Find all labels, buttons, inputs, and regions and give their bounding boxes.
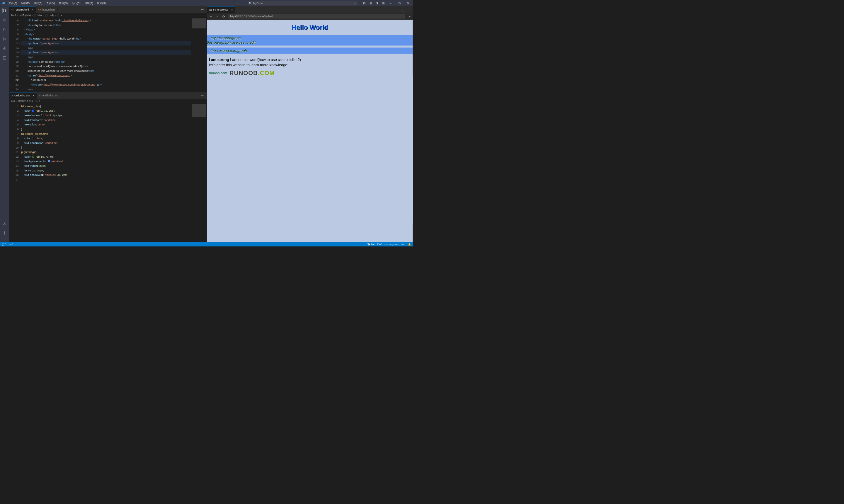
editor-tab[interactable]: <>cssTry.html✕ xyxy=(9,6,35,13)
breadcrumb-item[interactable]: css xyxy=(11,100,15,103)
svg-rect-4 xyxy=(3,47,5,48)
close-icon[interactable]: ✕ xyxy=(31,8,33,12)
status-errors[interactable]: ⓧ 0 xyxy=(2,242,6,246)
runoob-logo: RUNOOB.COM xyxy=(230,69,275,76)
close-button[interactable]: ✕ xyxy=(404,0,413,6)
status-watermark: CSDN @interp 77181 xyxy=(384,243,405,246)
svg-point-9 xyxy=(4,232,5,233)
menu-item[interactable]: 终端(T) xyxy=(83,0,95,6)
svg-point-3 xyxy=(5,29,6,30)
account-icon[interactable] xyxy=(2,221,7,226)
browser-tabs: ▤ try to use css ✕ ◫ ⋯ xyxy=(207,6,413,13)
breadcrumb-item[interactable]: Untitled-1.css xyxy=(18,100,33,103)
split-editor-icon[interactable]: ◫ xyxy=(401,8,404,12)
menu-item[interactable]: 查看(V) xyxy=(44,0,57,6)
close-icon[interactable]: ✕ xyxy=(32,94,34,97)
breadcrumb-top[interactable]: html›cssTry.html›⬚html›⬚body›⬚a xyxy=(9,13,206,18)
window-controls: ─ ▢ ✕ xyxy=(386,0,413,6)
svg-point-1 xyxy=(3,28,4,29)
nav-back-icon[interactable]: ← xyxy=(236,1,240,5)
nav-forward-icon[interactable]: → xyxy=(243,1,246,5)
layout-customize-icon[interactable]: ▦ xyxy=(382,1,385,5)
file-icon: <> xyxy=(12,8,14,11)
minimize-button[interactable]: ─ xyxy=(386,0,395,6)
page-link-row: runoob.com RUNOOB.COM xyxy=(207,69,413,77)
status-notifications-icon[interactable]: 🔔 xyxy=(408,243,411,246)
runoob-link[interactable]: runoob.com xyxy=(209,71,227,75)
reader-icon[interactable] xyxy=(2,56,7,60)
command-center[interactable]: 🔍 MyCode ⌄ xyxy=(249,1,358,5)
status-port[interactable]: 📡 Port: 3000 xyxy=(367,243,382,246)
settings-gear-icon[interactable] xyxy=(2,231,7,235)
browser-toolbar: ← → ⟳ http://127.0.0.1:3000/html/cssTry.… xyxy=(207,13,413,20)
green-paragraph-2: the second paragraph xyxy=(207,48,413,54)
search-icon[interactable] xyxy=(2,18,7,22)
menu-item[interactable]: 编辑(E) xyxy=(19,0,32,6)
breadcrumb-item[interactable]: body xyxy=(49,14,54,17)
layout-controls: ◧ ⬓ ◨ ▦ xyxy=(363,1,386,5)
run-debug-icon[interactable] xyxy=(2,37,7,41)
activity-bar xyxy=(0,6,9,242)
more-icon[interactable]: ⋯ xyxy=(407,8,410,12)
simple-browser-panel: ▤ try to use css ✕ ◫ ⋯ ← → ⟳ http://127.… xyxy=(207,6,413,242)
source-control-icon[interactable] xyxy=(2,27,7,32)
editor-group-left: <>cssTry.html✕<>button.html⋯ html›cssTry… xyxy=(9,6,207,242)
minimap-top[interactable] xyxy=(191,18,207,92)
file-icon: # xyxy=(39,94,41,97)
editor-more-icon[interactable]: ⋯ xyxy=(198,6,206,13)
breadcrumb-item[interactable]: a xyxy=(61,14,62,17)
editor-tab[interactable]: <>button.html xyxy=(36,6,58,13)
layout-sidebar-left-icon[interactable]: ◧ xyxy=(363,1,366,5)
page-body-text: I am strong I am nomal word(how to use c… xyxy=(207,56,413,69)
explorer-icon[interactable] xyxy=(2,8,7,13)
minimap-bottom[interactable] xyxy=(191,104,207,242)
menu-item[interactable]: 转到(G) xyxy=(57,0,70,6)
browser-tab[interactable]: ▤ try to use css ✕ xyxy=(207,6,235,13)
menu-bar: 文件(F)编辑(E)选择(S)查看(V)转到(G)运行(R)终端(T)帮助(H) xyxy=(6,0,108,6)
layout-panel-icon[interactable]: ⬓ xyxy=(370,1,373,5)
svg-rect-7 xyxy=(3,56,6,59)
editor-tab[interactable]: #Untitled-2.css xyxy=(37,92,60,99)
breadcrumb-item[interactable]: html xyxy=(37,14,42,17)
editor-tabs-bottom: #Untitled-1.css✕#Untitled-2.css⋯ xyxy=(9,92,206,99)
code-editor-top[interactable]: 678910111415171819202122232425 <link rel… xyxy=(9,18,206,92)
menu-item[interactable]: 帮助(H) xyxy=(95,0,108,6)
maximize-button[interactable]: ▢ xyxy=(395,0,404,6)
file-icon: <> xyxy=(38,8,41,11)
status-bar: ⓧ 0 ⚠ 0 📡 Port: 3000 CSDN @interp 77181 … xyxy=(0,242,413,247)
file-icon: # xyxy=(12,94,13,97)
breadcrumb-item[interactable]: html xyxy=(11,14,16,17)
title-bar: 文件(F)编辑(E)选择(S)查看(V)转到(G)运行(R)终端(T)帮助(H)… xyxy=(0,0,413,6)
svg-rect-5 xyxy=(5,47,6,48)
breadcrumb-item[interactable]: a xyxy=(39,100,40,103)
close-icon[interactable]: ✕ xyxy=(231,8,233,12)
browser-back-icon[interactable]: ← xyxy=(209,15,213,18)
browser-url-input[interactable]: http://127.0.0.1:3000/html/cssTry.html xyxy=(228,14,405,19)
breadcrumb-bottom[interactable]: css›Untitled-1.css›⋔a xyxy=(9,99,206,104)
menu-item[interactable]: 运行(R) xyxy=(70,0,83,6)
svg-point-2 xyxy=(3,30,4,31)
svg-rect-6 xyxy=(3,49,5,50)
layout-sidebar-right-icon[interactable]: ◨ xyxy=(376,1,379,5)
editor-tab[interactable]: #Untitled-1.css✕ xyxy=(9,92,37,99)
browser-reload-icon[interactable]: ⟳ xyxy=(222,15,225,18)
status-warnings[interactable]: ⚠ 0 xyxy=(9,243,13,246)
menu-item[interactable]: 文件(F) xyxy=(6,0,19,6)
menu-item[interactable]: 选择(S) xyxy=(32,0,44,6)
browser-menu-icon[interactable]: ≡ xyxy=(409,15,410,18)
code-editor-bottom[interactable]: 1234567891011121314151617 h1.center_blue… xyxy=(9,104,206,242)
search-icon: 🔍 xyxy=(249,1,252,5)
page-heading: Hello World xyxy=(207,23,413,31)
preview-icon: ▤ xyxy=(209,8,212,12)
browser-forward-icon[interactable]: → xyxy=(216,15,219,18)
svg-point-8 xyxy=(4,222,5,223)
command-center-text: MyCode xyxy=(253,2,263,5)
breadcrumb-item[interactable]: cssTry.html xyxy=(19,14,31,17)
vscode-logo-icon xyxy=(0,1,6,5)
browser-tab-title: try to use css xyxy=(213,8,228,11)
editor-tabs-top: <>cssTry.html✕<>button.html⋯ xyxy=(9,6,206,13)
editor-more-icon[interactable]: ⋯ xyxy=(198,92,206,99)
extensions-icon[interactable] xyxy=(2,46,7,51)
rendered-page: Hello World my frist paragraph this para… xyxy=(207,20,413,242)
green-paragraph-1: my frist paragraph this paragraph use cs… xyxy=(207,35,413,46)
